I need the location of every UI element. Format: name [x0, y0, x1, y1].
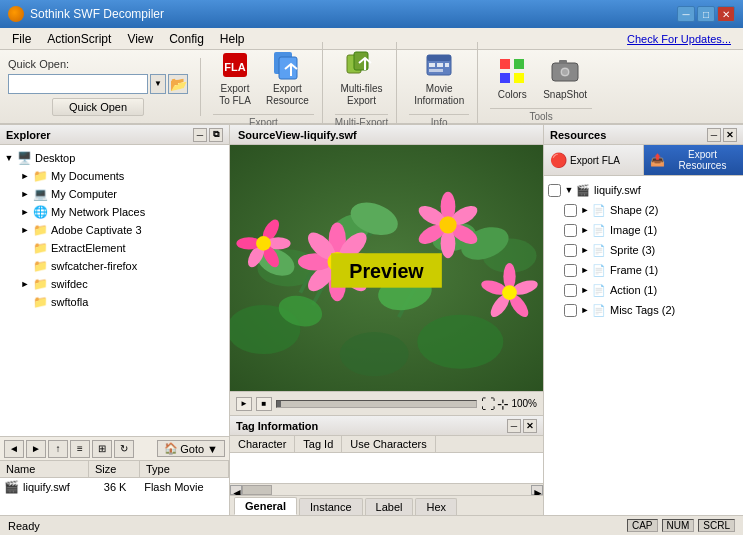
zoom-fit-icon[interactable]: ⛶ [481, 396, 495, 412]
multi-files-export-button[interactable]: Multi-filesExport [335, 46, 387, 110]
res-item-shape[interactable]: ► 📄 Shape (2) [544, 200, 743, 220]
tag-col-character[interactable]: Character [230, 436, 295, 452]
resources-pin-btn[interactable]: ─ [707, 128, 721, 142]
tree-toggle-mycomputer[interactable]: ► [18, 187, 32, 201]
close-button[interactable]: ✕ [717, 6, 735, 22]
tag-scrollbar[interactable]: ◄ ► [230, 483, 543, 495]
svg-rect-9 [427, 55, 451, 61]
timeline-bar[interactable] [276, 400, 477, 408]
tree-toggle-desktop[interactable]: ▼ [2, 151, 16, 165]
export-buttons-row: FLA ExportTo FLA ExportResource [213, 46, 314, 110]
tree-item-desktop[interactable]: ▼ 🖥️ Desktop [0, 149, 229, 167]
stop-button[interactable]: ■ [256, 397, 272, 411]
res-check-liquify[interactable] [548, 184, 561, 197]
res-check-frame[interactable] [564, 264, 577, 277]
res-toggle-liquify[interactable]: ▼ [563, 184, 575, 196]
tree-item-swifdec[interactable]: ► 📁 swifdec [0, 275, 229, 293]
res-toggle-misc[interactable]: ► [579, 304, 591, 316]
tab-hex[interactable]: Hex [415, 498, 457, 515]
res-item-action[interactable]: ► 📄 Action (1) [544, 280, 743, 300]
res-check-shape[interactable] [564, 204, 577, 217]
explorer-view2-btn[interactable]: ⊞ [92, 440, 112, 458]
tree-item-network[interactable]: ► 🌐 My Network Places [0, 203, 229, 221]
explorer-tree[interactable]: ▼ 🖥️ Desktop ► 📁 My Documents ► 💻 My Com… [0, 145, 229, 436]
col-name[interactable]: Name [0, 461, 89, 477]
quick-open-input[interactable] [8, 74, 148, 94]
resources-close-btn[interactable]: ✕ [723, 128, 737, 142]
res-check-sprite[interactable] [564, 244, 577, 257]
tree-item-extract[interactable]: ► 📁 ExtractElement [0, 239, 229, 257]
res-label-action: Action (1) [610, 284, 657, 296]
res-toggle-frame[interactable]: ► [579, 264, 591, 276]
file-list-item[interactable]: 🎬 liquify.swf 36 K Flash Movie [0, 478, 229, 496]
quick-open-button[interactable]: Quick Open [52, 98, 144, 116]
tab-instance[interactable]: Instance [299, 498, 363, 515]
resources-export-fla-btn[interactable]: 🔴 Export FLA [544, 145, 644, 175]
explorer-refresh-btn[interactable]: ↻ [114, 440, 134, 458]
minimize-button[interactable]: ─ [677, 6, 695, 22]
res-check-action[interactable] [564, 284, 577, 297]
maximize-button[interactable]: □ [697, 6, 715, 22]
res-check-misc[interactable] [564, 304, 577, 317]
goto-button[interactable]: 🏠 Goto ▼ [157, 440, 225, 457]
explorer-pin-btn[interactable]: ─ [193, 128, 207, 142]
menu-file[interactable]: File [4, 30, 39, 48]
explorer-back-btn[interactable]: ◄ [4, 440, 24, 458]
res-item-liquify[interactable]: ▼ 🎬 liquify.swf [544, 180, 743, 200]
res-label-sprite: Sprite (3) [610, 244, 655, 256]
res-item-misc[interactable]: ► 📄 Misc Tags (2) [544, 300, 743, 320]
snapshot-button[interactable]: SnapShot [538, 52, 592, 104]
res-item-image[interactable]: ► 📄 Image (1) [544, 220, 743, 240]
resources-export-res-btn[interactable]: 📤 Export Resources [644, 145, 743, 175]
tree-toggle-network[interactable]: ► [18, 205, 32, 219]
res-item-frame[interactable]: ► 📄 Frame (1) [544, 260, 743, 280]
goto-label: Goto ▼ [180, 443, 218, 455]
explorer-forward-btn[interactable]: ► [26, 440, 46, 458]
tag-info-title: Tag Information [236, 420, 318, 432]
svg-point-25 [340, 332, 409, 376]
tag-col-tagid[interactable]: Tag Id [295, 436, 342, 452]
explorer-up-btn[interactable]: ↑ [48, 440, 68, 458]
scroll-left-btn[interactable]: ◄ [230, 485, 242, 495]
menu-view[interactable]: View [119, 30, 161, 48]
tree-item-swfcatcher[interactable]: ► 📁 swfcatcher-firefox [0, 257, 229, 275]
tag-info-pin-btn[interactable]: ─ [507, 419, 521, 433]
tree-toggle-adobe[interactable]: ► [18, 223, 32, 237]
res-check-image[interactable] [564, 224, 577, 237]
tag-info-close-btn[interactable]: ✕ [523, 419, 537, 433]
explorer-float-btn[interactable]: ⧉ [209, 128, 223, 142]
multi-export-icon [345, 49, 377, 81]
export-resource-button[interactable]: ExportResource [261, 46, 314, 110]
explorer-view1-btn[interactable]: ≡ [70, 440, 90, 458]
col-size[interactable]: Size [89, 461, 140, 477]
play-button[interactable]: ► [236, 397, 252, 411]
check-updates-link[interactable]: Check For Updates... [627, 33, 739, 45]
scroll-right-btn[interactable]: ► [531, 485, 543, 495]
tag-col-usecharacters[interactable]: Use Characters [342, 436, 435, 452]
tab-label[interactable]: Label [365, 498, 414, 515]
zoom-actual-icon[interactable]: ⊹ [497, 396, 509, 412]
res-toggle-shape[interactable]: ► [579, 204, 591, 216]
res-toggle-action[interactable]: ► [579, 284, 591, 296]
menu-actionscript[interactable]: ActionScript [39, 30, 119, 48]
tab-general[interactable]: General [234, 497, 297, 515]
tree-item-adobe[interactable]: ► 📁 Adobe Captivate 3 [0, 221, 229, 239]
quick-open-dropdown-btn[interactable]: ▼ [150, 74, 166, 94]
info-buttons-row: MovieInformation [409, 46, 469, 110]
quick-open-folder-btn[interactable]: 📂 [168, 74, 188, 94]
tree-item-mydocs[interactable]: ► 📁 My Documents [0, 167, 229, 185]
preview-header: SourceView-liquify.swf [230, 125, 543, 145]
res-item-sprite[interactable]: ► 📄 Sprite (3) [544, 240, 743, 260]
scroll-thumb[interactable] [242, 485, 272, 495]
movie-info-button[interactable]: MovieInformation [409, 46, 469, 110]
title-buttons[interactable]: ─ □ ✕ [677, 6, 735, 22]
tree-item-mycomputer[interactable]: ► 💻 My Computer [0, 185, 229, 203]
export-fla-button[interactable]: FLA ExportTo FLA [213, 46, 257, 110]
tree-toggle-swifdec[interactable]: ► [18, 277, 32, 291]
tree-toggle-mydocs[interactable]: ► [18, 169, 32, 183]
tree-item-swftofla[interactable]: ► 📁 swftofla [0, 293, 229, 311]
colors-button[interactable]: Colors [490, 52, 534, 104]
res-toggle-sprite[interactable]: ► [579, 244, 591, 256]
res-toggle-image[interactable]: ► [579, 224, 591, 236]
col-type[interactable]: Type [140, 461, 229, 477]
